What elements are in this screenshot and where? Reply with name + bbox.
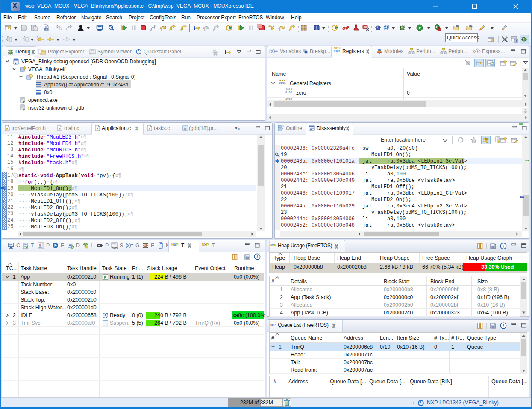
svg-text:c: c [184,127,186,131]
svg-text:.c: .c [58,127,61,130]
svg-text:SWO: SWO [112,247,118,249]
svg-text:i: i [503,244,504,249]
svg-text:c: c [15,60,17,65]
svg-text:C: C [515,40,517,42]
svg-text:.h: .h [6,127,8,130]
svg-text:i: i [256,255,258,259]
svg-text:6: 6 [473,49,476,53]
svg-text:.c: .c [96,127,98,130]
svg-text:i: i [225,49,226,55]
svg-text:i: i [503,323,504,328]
svg-text:.c: .c [148,127,150,130]
svg-text:*: * [37,36,38,39]
svg-text:010: 010 [45,28,49,30]
svg-text:i: i [194,24,195,31]
